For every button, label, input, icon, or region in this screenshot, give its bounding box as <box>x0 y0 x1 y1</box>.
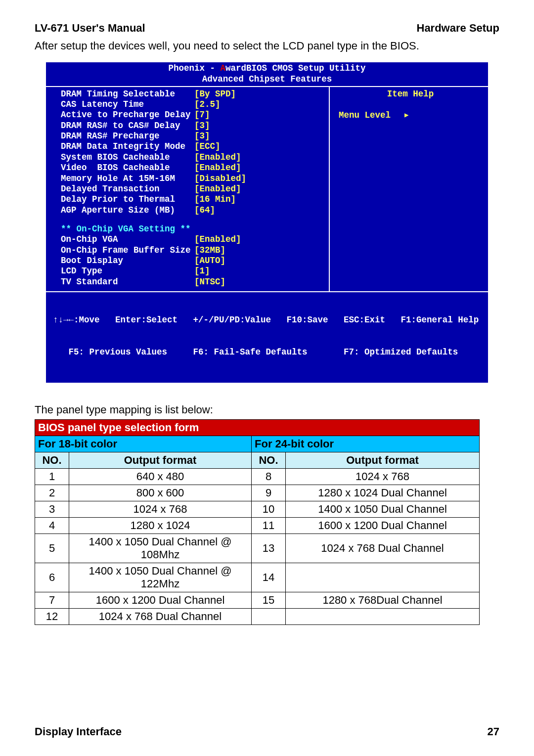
table-caption: The panel type mapping is list below: <box>35 403 499 416</box>
bios-setting-row: Delayed Transaction [Enabled] <box>61 184 323 194</box>
bios-footer: ↑↓→←:Move Enter:Select +/-/PU/PD:Value F… <box>46 291 488 383</box>
bios-setting-row: On-Chip Frame Buffer Size [32MB] <box>61 245 323 256</box>
triangle-right-icon: ▶ <box>404 111 408 120</box>
item-help-title: Item Help <box>339 89 482 99</box>
bios-setting-row: DRAM RAS# to CAS# Delay [3] <box>61 121 323 131</box>
table-row: 61400 x 1050 Dual Channel @ 122Mhz14 <box>35 563 480 592</box>
table-row: 2800 x 60091280 x 1024 Dual Channel <box>35 485 480 501</box>
footer-section: Display Interface <box>35 725 122 738</box>
table-row: 51400 x 1050 Dual Channel @ 108Mhz131024… <box>35 534 480 563</box>
menu-level: Menu Level ▶ <box>339 110 482 121</box>
bios-setting-row: AGP Aperture Size (MB) [64] <box>61 205 323 216</box>
bios-title: Phoenix - AwardBIOS CMOS Setup Utility A… <box>46 62 488 85</box>
table-row: 31024 x 768101400 x 1050 Dual Channel <box>35 501 480 517</box>
hdr-of-24: Output format <box>286 452 480 468</box>
bios-setting-row: DRAM Data Integrity Mode [ECC] <box>61 141 323 152</box>
hdr-no-18: NO. <box>35 452 69 468</box>
manual-title: LV-671 User's Manual <box>35 22 145 35</box>
hdr-of-18: Output format <box>69 452 252 468</box>
table-row: 121024 x 768 Dual Channel <box>35 608 480 624</box>
page-header: LV-671 User's Manual Hardware Setup <box>35 22 499 35</box>
bios-setting-row: Active to Precharge Delay [7] <box>61 110 323 120</box>
bios-setting-row: DRAM RAS# Precharge [3] <box>61 131 323 141</box>
bios-setting-row: LCD Type [1] <box>61 266 323 276</box>
table-row: 71600 x 1200 Dual Channel151280 x 768Dua… <box>35 592 480 608</box>
bios-setting-row: Delay Prior to Thermal [16 Min] <box>61 194 323 205</box>
col-18bit: For 18-bit color <box>35 436 252 452</box>
table-title: BIOS panel type selection form <box>35 419 480 436</box>
panel-type-table: BIOS panel type selection form For 18-bi… <box>35 419 480 625</box>
page-number: 27 <box>488 725 499 738</box>
bios-section: ** On-Chip VGA Setting ** <box>61 224 323 234</box>
bios-setting-row: Video BIOS Cacheable [Enabled] <box>61 163 323 173</box>
bios-help: Item Help Menu Level ▶ <box>330 87 488 291</box>
bios-setting-row: Memory Hole At 15M-16M [Disabled] <box>61 174 323 184</box>
bios-setting-row: DRAM Timing Selectable [By SPD] <box>61 89 323 99</box>
bios-setting-row: TV Standard [NTSC] <box>61 277 323 287</box>
bios-setting-row: Boot Display [AUTO] <box>61 256 323 266</box>
section-title: Hardware Setup <box>417 22 500 35</box>
page-footer: Display Interface 27 <box>35 725 499 738</box>
hdr-no-24: NO. <box>252 452 286 468</box>
bios-setting-row: System BIOS Cacheable [Enabled] <box>61 152 323 163</box>
col-24bit: For 24-bit color <box>252 436 480 452</box>
table-row: 1640 x 48081024 x 768 <box>35 468 480 485</box>
bios-setting-row: On-Chip VGA [Enabled] <box>61 234 323 245</box>
table-row: 41280 x 1024111600 x 1200 Dual Channel <box>35 517 480 534</box>
bios-screen: Phoenix - AwardBIOS CMOS Setup Utility A… <box>45 61 489 384</box>
bios-setting-row: CAS Latency Time [2.5] <box>61 99 323 110</box>
intro-text: After setup the devices well, you need t… <box>35 40 499 52</box>
bios-settings: DRAM Timing Selectable [By SPD]CAS Laten… <box>46 87 330 291</box>
